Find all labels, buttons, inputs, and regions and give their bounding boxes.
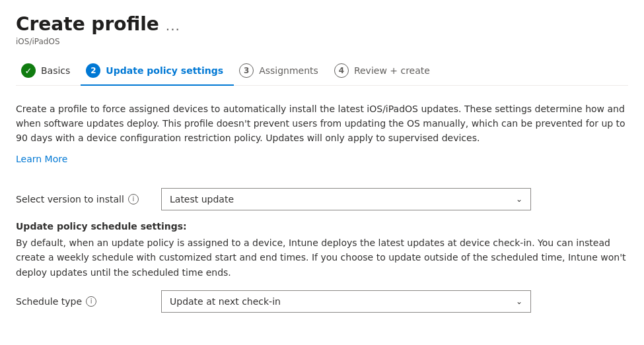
schedule-section-description: By default, when an update policy is ass… — [16, 235, 628, 280]
version-info-icon[interactable]: i — [128, 194, 139, 204]
content-description: Create a profile to force assigned devic… — [16, 102, 628, 146]
step-review-circle: 4 — [334, 63, 349, 78]
schedule-type-form-row: Schedule type i Update at next check-in … — [16, 290, 628, 313]
learn-more-link[interactable]: Learn More — [16, 154, 67, 164]
step-basics[interactable]: ✓ Basics — [16, 57, 81, 84]
schedule-type-dropdown[interactable]: Update at next check-in ⌄ — [161, 290, 531, 313]
schedule-type-info-icon[interactable]: i — [86, 296, 96, 307]
schedule-section-heading: Update policy schedule settings: — [16, 221, 628, 232]
step-basics-circle: ✓ — [21, 63, 36, 78]
ellipsis-menu-icon[interactable]: ... — [166, 18, 180, 34]
version-form-row: Select version to install i Latest updat… — [16, 188, 628, 210]
step-assignments-circle: 3 — [239, 63, 254, 78]
step-update-policy-settings[interactable]: 2 Update policy settings — [81, 57, 234, 86]
step-review-label: Review + create — [354, 65, 430, 76]
step-assignments[interactable]: 3 Assignments — [234, 57, 329, 84]
version-label: Select version to install i — [16, 194, 161, 204]
step-update-policy-label: Update policy settings — [106, 65, 223, 76]
page-title: Create profile — [16, 13, 159, 36]
checkmark-icon: ✓ — [25, 66, 32, 76]
schedule-type-dropdown-chevron: ⌄ — [516, 297, 522, 306]
schedule-type-label: Schedule type i — [16, 296, 161, 307]
step-assignments-label: Assignments — [259, 65, 318, 76]
step-basics-label: Basics — [41, 65, 70, 76]
page-subtitle: iOS/iPadOS — [16, 37, 628, 46]
wizard-steps: ✓ Basics 2 Update policy settings 3 Assi… — [16, 57, 628, 86]
schedule-type-dropdown-value: Update at next check-in — [170, 296, 281, 307]
version-dropdown[interactable]: Latest update ⌄ — [161, 188, 531, 210]
step-review-create[interactable]: 4 Review + create — [329, 57, 441, 84]
version-dropdown-value: Latest update — [170, 194, 234, 204]
step-update-policy-circle: 2 — [86, 63, 100, 78]
version-dropdown-chevron: ⌄ — [516, 195, 522, 204]
